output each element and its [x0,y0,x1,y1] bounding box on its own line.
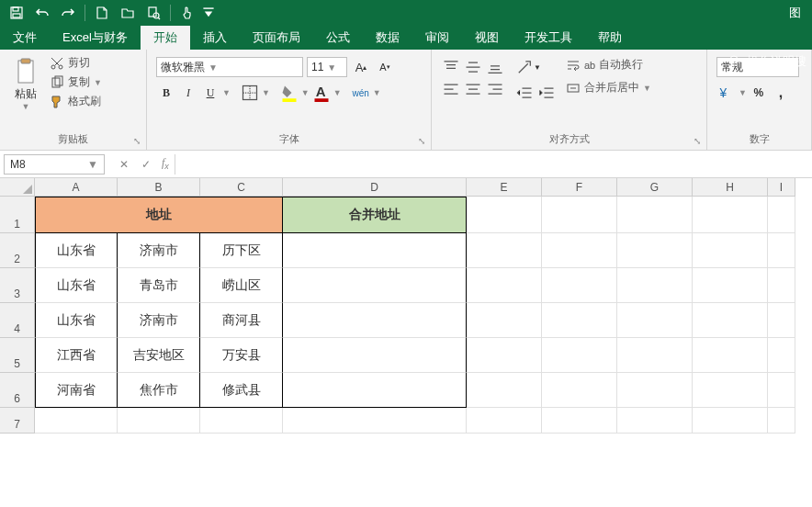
font-size-combo[interactable]: 11▼ [307,57,347,77]
cell[interactable] [617,373,693,408]
copy-button[interactable]: 复制▼ [50,74,102,90]
cell[interactable]: 山东省 [35,268,118,303]
ribbon-tab-10[interactable]: 帮助 [585,26,635,50]
save-icon[interactable] [6,2,28,24]
col-header[interactable]: I [768,178,795,197]
cell[interactable]: 地址 [35,197,283,233]
cell[interactable]: 江西省 [35,338,118,373]
row-header[interactable]: 1 [0,197,35,233]
cell[interactable] [542,197,617,233]
cell[interactable]: 青岛市 [118,268,200,303]
col-header[interactable]: G [617,178,693,197]
cell[interactable] [467,197,542,233]
row-header[interactable]: 3 [0,268,35,303]
decrease-font-icon[interactable]: A▾ [375,57,395,77]
format-painter-button[interactable]: 格式刷 [50,94,102,109]
col-header[interactable]: E [467,178,542,197]
formula-input[interactable] [175,154,812,175]
orientation-icon[interactable]: ▼ [514,57,542,77]
cell[interactable] [283,268,467,303]
currency-icon[interactable]: ¥ [716,83,737,103]
decrease-indent-icon[interactable] [514,83,535,103]
cancel-formula-icon[interactable]: ✕ [114,154,134,175]
cell[interactable] [283,373,467,408]
ribbon-tab-4[interactable]: 页面布局 [240,26,313,50]
row-header[interactable]: 5 [0,338,35,373]
cell[interactable]: 焦作市 [118,373,200,408]
cell[interactable] [467,268,542,303]
cell[interactable] [118,408,200,434]
col-header[interactable]: A [35,178,118,197]
cell[interactable] [542,233,617,268]
cell[interactable] [768,303,795,338]
ribbon-tab-8[interactable]: 视图 [462,26,512,50]
cell[interactable] [283,233,467,268]
cell[interactable] [35,408,118,434]
increase-font-icon[interactable]: A▴ [351,57,371,77]
new-icon[interactable] [91,2,113,24]
border-button[interactable] [240,83,260,103]
cell[interactable] [693,338,768,373]
ribbon-tab-7[interactable]: 审阅 [412,26,462,50]
ribbon-tab-2[interactable]: 开始 [141,26,190,50]
cell[interactable] [768,197,795,233]
customize-qat-icon[interactable] [202,2,215,24]
cell[interactable] [768,408,795,434]
align-dialog-icon[interactable]: ⤡ [694,136,701,146]
align-middle-icon[interactable] [463,57,483,77]
cell[interactable]: 山东省 [35,233,118,268]
cell[interactable]: 历下区 [200,233,283,268]
cell[interactable] [467,303,542,338]
underline-button[interactable]: U [200,83,220,103]
cell[interactable] [693,233,768,268]
clipboard-dialog-icon[interactable]: ⤡ [133,136,141,146]
cell[interactable]: 河南省 [35,373,118,408]
cell[interactable] [768,338,795,373]
row-header[interactable]: 6 [0,373,35,408]
font-dialog-icon[interactable]: ⤡ [418,136,425,146]
ribbon-tab-1[interactable]: Excel与财务 [50,26,141,50]
cell[interactable]: 济南市 [118,233,200,268]
cell[interactable] [542,303,617,338]
align-bottom-icon[interactable] [485,57,505,77]
row-header[interactable]: 4 [0,303,35,338]
cell[interactable] [693,373,768,408]
cell[interactable]: 修武县 [200,373,283,408]
cell[interactable] [283,408,467,434]
row-header[interactable]: 7 [0,408,35,434]
cell[interactable] [768,233,795,268]
cell[interactable] [542,268,617,303]
cell[interactable] [768,373,795,408]
cell[interactable] [200,408,283,434]
cell[interactable] [617,303,693,338]
tell-me-label[interactable]: 操作说明搜 [747,53,806,70]
align-right-icon[interactable] [485,79,505,99]
row-header[interactable]: 2 [0,233,35,268]
cell[interactable]: 合并地址 [283,197,467,233]
font-name-combo[interactable]: 微软雅黑▼ [156,57,303,77]
cell[interactable] [617,197,693,233]
accept-formula-icon[interactable]: ✓ [136,154,156,175]
align-left-icon[interactable] [441,79,461,99]
phonetic-button[interactable]: wén [351,83,371,103]
increase-indent-icon[interactable] [536,83,557,103]
cell[interactable] [617,408,693,434]
cell[interactable]: 济南市 [118,303,200,338]
cell[interactable] [617,338,693,373]
fx-icon[interactable]: fx [162,156,169,171]
font-color-button[interactable]: A [311,83,332,103]
align-center-icon[interactable] [463,79,483,99]
merge-center-button[interactable]: 合并后居中▼ [566,80,651,96]
cell[interactable]: 万安县 [200,338,283,373]
wrap-text-button[interactable]: ab自动换行 [566,57,651,73]
paste-button[interactable]: 粘贴 ▼ [6,53,46,115]
cell[interactable]: 商河县 [200,303,283,338]
cell[interactable] [467,338,542,373]
ribbon-tab-9[interactable]: 开发工具 [512,26,585,50]
col-header[interactable]: H [693,178,768,197]
print-preview-icon[interactable] [142,2,164,24]
cell[interactable] [693,408,768,434]
col-header[interactable]: B [118,178,200,197]
cell[interactable] [542,373,617,408]
touch-mode-icon[interactable] [176,2,198,24]
